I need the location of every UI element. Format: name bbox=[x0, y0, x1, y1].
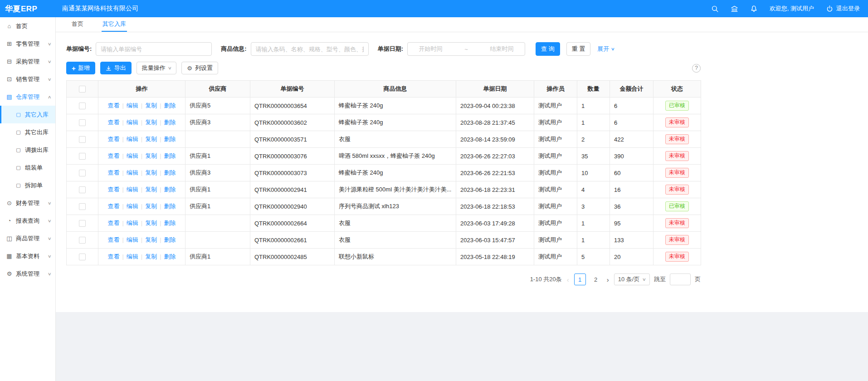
select-all-checkbox[interactable] bbox=[79, 86, 86, 93]
action-separator: | bbox=[160, 253, 161, 260]
sidebar-item-goods[interactable]: ◫商品管理∨ bbox=[0, 230, 55, 247]
row-action-delete[interactable]: 删除 bbox=[164, 203, 176, 210]
sidebar-item-purchase[interactable]: ⊟采购管理∨ bbox=[0, 53, 55, 70]
sidebar-item-system[interactable]: ⚙系统管理∨ bbox=[0, 265, 55, 283]
row-action-edit[interactable]: 编辑 bbox=[127, 236, 138, 243]
column-header-supplier: 供应商 bbox=[185, 81, 250, 98]
row-action-delete[interactable]: 删除 bbox=[164, 136, 176, 142]
row-checkbox[interactable] bbox=[79, 119, 86, 126]
help-icon[interactable]: ? bbox=[692, 64, 701, 73]
sidebar-subitem-other-outbound[interactable]: ▢其它出库 bbox=[0, 123, 55, 141]
row-action-edit[interactable]: 编辑 bbox=[127, 136, 138, 142]
sidebar-item-retail[interactable]: ⊞零售管理∨ bbox=[0, 35, 55, 53]
row-action-delete[interactable]: 删除 bbox=[164, 253, 176, 260]
platform-icon[interactable] bbox=[731, 5, 738, 13]
bill-no-input[interactable] bbox=[96, 42, 212, 56]
page-number-2[interactable]: 2 bbox=[590, 274, 602, 285]
row-action-edit[interactable]: 编辑 bbox=[127, 152, 138, 159]
column-header-goods: 商品信息 bbox=[335, 81, 456, 98]
action-separator: | bbox=[122, 186, 123, 193]
tab-other-inbound[interactable]: 其它入库 bbox=[102, 17, 127, 32]
row-checkbox[interactable] bbox=[79, 153, 86, 160]
add-button[interactable]: + 新增 bbox=[66, 62, 95, 74]
row-action-delete[interactable]: 删除 bbox=[164, 119, 176, 126]
row-checkbox[interactable] bbox=[79, 203, 86, 210]
sidebar-item-finance[interactable]: ⊙财务管理∨ bbox=[0, 194, 55, 212]
row-checkbox[interactable] bbox=[79, 237, 86, 244]
sidebar-item-warehouse[interactable]: ▤仓库管理∧ bbox=[0, 88, 55, 106]
warehouse-icon: ▤ bbox=[6, 93, 13, 100]
row-action-view[interactable]: 查看 bbox=[107, 253, 119, 260]
row-action-view[interactable]: 查看 bbox=[107, 220, 119, 226]
row-action-delete[interactable]: 删除 bbox=[164, 169, 176, 176]
row-action-copy[interactable]: 复制 bbox=[145, 169, 157, 176]
row-action-view[interactable]: 查看 bbox=[107, 119, 119, 126]
cell-goods: 蜂蜜柚子茶 240g bbox=[335, 114, 456, 131]
row-action-view[interactable]: 查看 bbox=[107, 236, 119, 243]
sidebar-subitem-other-inbound[interactable]: ▢其它入库 bbox=[0, 106, 55, 123]
row-action-copy[interactable]: 复制 bbox=[145, 102, 157, 109]
sidebar-subitem-transfer-outbound[interactable]: ▢调拨出库 bbox=[0, 141, 55, 159]
row-checkbox[interactable] bbox=[79, 254, 86, 260]
sidebar-subitem-disassembly[interactable]: ▢拆卸单 bbox=[0, 176, 55, 194]
batch-operations-button[interactable]: 批量操作 ∨ bbox=[137, 62, 177, 74]
row-action-copy[interactable]: 复制 bbox=[145, 253, 157, 260]
sidebar-item-home[interactable]: ⌂首页 bbox=[0, 17, 55, 35]
date-range-input[interactable]: 开始时间 ~ 结束时间 bbox=[407, 42, 525, 56]
cell-supplier: 供应商1 bbox=[185, 181, 250, 198]
row-action-copy[interactable]: 复制 bbox=[145, 186, 157, 193]
row-action-view[interactable]: 查看 bbox=[107, 136, 119, 142]
row-action-delete[interactable]: 删除 bbox=[164, 152, 176, 159]
row-action-view[interactable]: 查看 bbox=[107, 186, 119, 193]
row-checkbox[interactable] bbox=[79, 170, 86, 176]
row-action-edit[interactable]: 编辑 bbox=[127, 203, 138, 210]
row-checkbox[interactable] bbox=[79, 220, 86, 227]
row-checkbox[interactable] bbox=[79, 136, 86, 143]
row-action-edit[interactable]: 编辑 bbox=[127, 119, 138, 126]
export-button[interactable]: 导出 bbox=[100, 62, 132, 74]
row-action-copy[interactable]: 复制 bbox=[145, 203, 157, 210]
sidebar-item-report[interactable]: ◔报表查询∨ bbox=[0, 212, 55, 230]
expand-link[interactable]: 展开 ∨ bbox=[597, 45, 614, 53]
row-action-copy[interactable]: 复制 bbox=[145, 119, 157, 126]
sidebar-subitem-assembly[interactable]: ▢组装单 bbox=[0, 159, 55, 176]
row-action-view[interactable]: 查看 bbox=[107, 102, 119, 109]
sidebar-item-sales[interactable]: ⊡销售管理∨ bbox=[0, 70, 55, 88]
row-action-delete[interactable]: 删除 bbox=[164, 220, 176, 226]
row-action-view[interactable]: 查看 bbox=[107, 152, 119, 159]
select-all-header bbox=[67, 81, 98, 98]
search-button[interactable]: 查 询 bbox=[536, 42, 560, 56]
next-page-button[interactable]: › bbox=[606, 276, 610, 283]
row-action-copy[interactable]: 复制 bbox=[145, 152, 157, 159]
row-action-delete[interactable]: 删除 bbox=[164, 186, 176, 193]
page-size-select[interactable]: 10 条/页 ∨ bbox=[614, 274, 650, 285]
row-action-view[interactable]: 查看 bbox=[107, 203, 119, 210]
jump-page-input[interactable] bbox=[670, 274, 691, 285]
search-icon[interactable] bbox=[711, 5, 719, 13]
page-number-1[interactable]: 1 bbox=[574, 274, 586, 285]
row-action-view[interactable]: 查看 bbox=[107, 169, 119, 176]
row-action-edit[interactable]: 编辑 bbox=[127, 186, 138, 193]
cell-goods: 衣服 bbox=[335, 232, 456, 249]
row-checkbox[interactable] bbox=[79, 186, 86, 193]
row-action-edit[interactable]: 编辑 bbox=[127, 220, 138, 226]
row-action-edit[interactable]: 编辑 bbox=[127, 169, 138, 176]
prev-page-button[interactable]: ‹ bbox=[566, 276, 570, 283]
row-action-edit[interactable]: 编辑 bbox=[127, 253, 138, 260]
row-action-delete[interactable]: 删除 bbox=[164, 236, 176, 243]
row-checkbox[interactable] bbox=[79, 103, 86, 109]
row-action-copy[interactable]: 复制 bbox=[145, 136, 157, 142]
sidebar-item-basic[interactable]: ▦基本资料∨ bbox=[0, 247, 55, 265]
tab-home[interactable]: 首页 bbox=[71, 17, 84, 32]
chevron-down-icon: ∨ bbox=[48, 59, 52, 64]
row-action-delete[interactable]: 删除 bbox=[164, 102, 176, 109]
reset-button[interactable]: 重 置 bbox=[566, 42, 591, 56]
row-action-edit[interactable]: 编辑 bbox=[127, 102, 138, 109]
row-action-copy[interactable]: 复制 bbox=[145, 220, 157, 226]
export-button-label: 导出 bbox=[114, 64, 126, 72]
notification-bell-icon[interactable] bbox=[750, 5, 758, 13]
logout-button[interactable]: 退出登录 bbox=[826, 5, 860, 13]
row-action-copy[interactable]: 复制 bbox=[145, 236, 157, 243]
column-settings-button[interactable]: ⚙ 列设置 bbox=[181, 62, 218, 74]
goods-info-input[interactable] bbox=[251, 42, 369, 56]
